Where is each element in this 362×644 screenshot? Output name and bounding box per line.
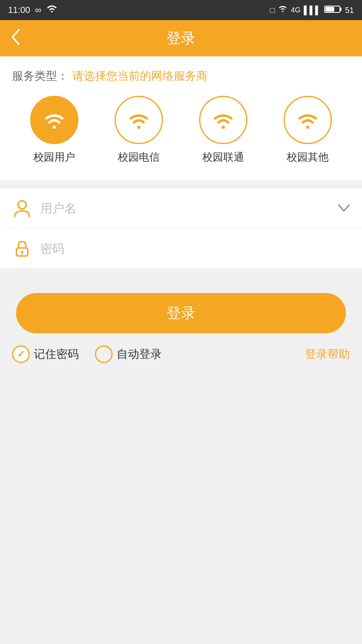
password-input[interactable] [40, 242, 350, 256]
service-section: 服务类型： 请选择您当前的网络服务商 校园用户 [0, 56, 362, 180]
service-label: 服务类型： 请选择您当前的网络服务商 [12, 68, 350, 84]
service-name-campus-telecom: 校园电信 [118, 150, 160, 164]
check-mark-icon: ✓ [17, 349, 25, 360]
svg-point-4 [137, 126, 140, 129]
svg-point-5 [222, 126, 225, 129]
service-option-campus-telecom[interactable]: 校园电信 [115, 96, 163, 164]
wifi-circle-campus-unicom [199, 96, 247, 144]
remember-password-label: 记住密码 [34, 347, 79, 362]
service-option-campus-other[interactable]: 校园其他 [284, 96, 332, 164]
auto-login-circle [95, 345, 113, 363]
login-help-link[interactable]: 登录帮助 [305, 347, 350, 362]
service-options: 校园用户 校园电信 [12, 96, 350, 164]
infinity-icon: ∞ [35, 5, 41, 15]
auto-login-label: 自动登录 [117, 347, 162, 362]
auto-login-checkbox[interactable]: 自动登录 [95, 345, 162, 363]
person-icon [12, 200, 32, 217]
svg-point-3 [53, 126, 56, 129]
page-title: 登录 [167, 29, 195, 48]
login-button-wrap: 登录 [0, 281, 362, 345]
svg-point-7 [18, 201, 26, 209]
battery-icon [324, 5, 342, 16]
svg-rect-2 [325, 7, 334, 12]
wifi-status-icon [46, 4, 58, 16]
battery-percent: 51 [345, 6, 354, 15]
status-bar: 11:00 ∞ □ 4G ▌▌▌ 51 [0, 0, 362, 20]
svg-point-9 [21, 251, 23, 253]
service-name-campus-other: 校园其他 [287, 150, 329, 164]
signal-4g-icon: 4G [291, 6, 300, 14]
service-option-campus-user[interactable]: 校园用户 [30, 96, 78, 164]
service-name-campus-unicom: 校园联通 [202, 150, 244, 164]
dropdown-icon[interactable] [338, 202, 350, 215]
wifi-circle-campus-telecom [115, 96, 163, 144]
form-section [0, 188, 362, 269]
signal-bars-icon: ▌▌▌ [304, 6, 321, 15]
status-right: □ 4G ▌▌▌ 51 [270, 5, 354, 16]
password-row [0, 229, 362, 269]
lock-icon [12, 240, 32, 258]
back-button[interactable] [10, 28, 21, 48]
username-input[interactable] [40, 202, 338, 215]
remember-password-checkbox[interactable]: ✓ 记住密码 [12, 345, 79, 363]
service-name-campus-user: 校园用户 [33, 150, 75, 164]
remember-password-circle: ✓ [12, 345, 30, 363]
options-row: ✓ 记住密码 自动登录 登录帮助 [0, 345, 362, 363]
status-left: 11:00 ∞ [8, 4, 58, 16]
wifi-circle-campus-other [284, 96, 332, 144]
service-option-campus-unicom[interactable]: 校园联通 [199, 96, 247, 164]
service-label-text: 服务类型： [12, 68, 68, 84]
time-display: 11:00 [8, 5, 30, 15]
wifi-icon-top [278, 5, 288, 15]
sim-icon: □ [270, 6, 275, 15]
username-row [0, 188, 362, 229]
header: 登录 [0, 20, 362, 56]
svg-point-6 [306, 126, 309, 129]
login-button[interactable]: 登录 [16, 293, 346, 333]
service-label-hint: 请选择您当前的网络服务商 [72, 68, 208, 84]
main-content: 服务类型： 请选择您当前的网络服务商 校园用户 [0, 56, 362, 363]
wifi-circle-campus-user [30, 96, 78, 144]
svg-rect-1 [340, 8, 341, 11]
